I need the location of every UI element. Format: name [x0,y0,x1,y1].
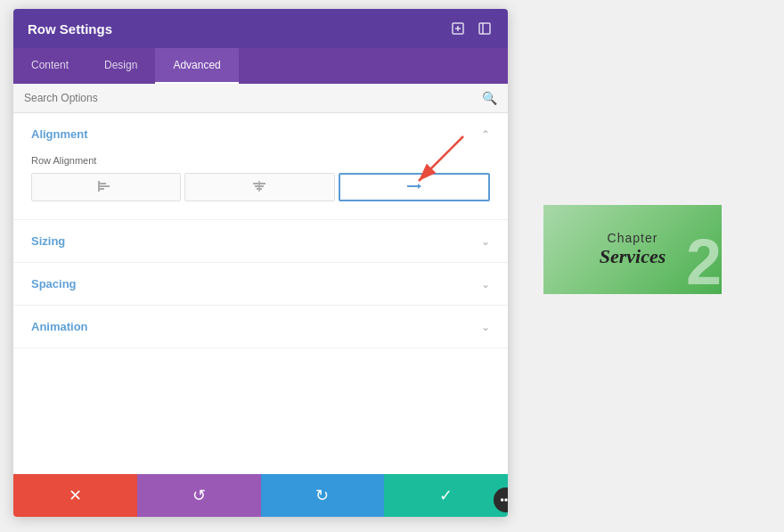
tab-content[interactable]: Content [13,48,86,84]
panel-footer: ✕ ↺ ↻ ✓ [13,474,508,517]
expand-icon[interactable] [449,20,467,37]
animation-section-header[interactable]: Animation ⌄ [13,306,508,348]
cancel-button[interactable]: ✕ [13,474,137,517]
tab-advanced[interactable]: Advanced [155,48,238,84]
animation-section: Animation ⌄ [13,306,508,348]
sizing-section-header[interactable]: Sizing ⌄ [13,220,508,262]
alignment-content: Row Alignment [13,155,508,219]
animation-chevron: ⌄ [481,321,490,333]
search-bar: 🔍 [13,84,508,113]
alignment-section-header[interactable]: Alignment ⌃ [13,113,508,155]
tab-design[interactable]: Design [86,48,155,84]
align-center-button[interactable] [184,173,334,201]
panel-header: Row Settings [13,9,508,48]
spacing-section-header[interactable]: Spacing ⌄ [13,263,508,305]
align-center-icon [250,180,268,194]
search-icon: 🔍 [482,91,497,105]
logo-number: 2 [686,230,722,294]
sizing-title: Sizing [31,234,65,248]
sidebar-icon[interactable] [476,20,494,37]
sizing-chevron: ⌄ [481,235,490,248]
search-input[interactable] [24,92,482,104]
panel-body: Alignment ⌃ Row Alignment [13,113,508,474]
chapter-logo: Chapter Services 2 [535,196,731,303]
reset-button[interactable]: ↺ [137,474,261,517]
header-icons [449,20,494,37]
svg-marker-12 [418,184,421,189]
save-button[interactable]: ✓ [384,474,508,517]
animation-title: Animation [31,320,88,333]
align-right-icon [405,180,423,194]
align-right-button[interactable] [339,173,490,201]
alignment-section: Alignment ⌃ Row Alignment [13,113,508,220]
align-left-icon [97,180,115,194]
spacing-title: Spacing [31,277,77,291]
alignment-buttons [31,173,490,201]
spacing-chevron: ⌄ [481,278,490,291]
svg-rect-1 [479,23,490,34]
alignment-title: Alignment [31,127,88,141]
redo-button[interactable]: ↻ [261,474,385,517]
svg-point-13 [504,498,508,502]
services-word: Services [600,245,666,268]
chapter-word: Chapter [600,231,666,245]
align-left-button[interactable] [31,173,181,201]
row-settings-panel: Row Settings Content Design Advanced 🔍 [13,9,508,517]
spacing-section: Spacing ⌄ [13,263,508,306]
row-alignment-label: Row Alignment [31,155,490,166]
alignment-chevron: ⌃ [481,128,490,141]
svg-point-14 [501,498,504,502]
panel-title: Row Settings [28,21,112,37]
tabs-bar: Content Design Advanced [13,48,508,84]
sizing-section: Sizing ⌄ [13,220,508,263]
